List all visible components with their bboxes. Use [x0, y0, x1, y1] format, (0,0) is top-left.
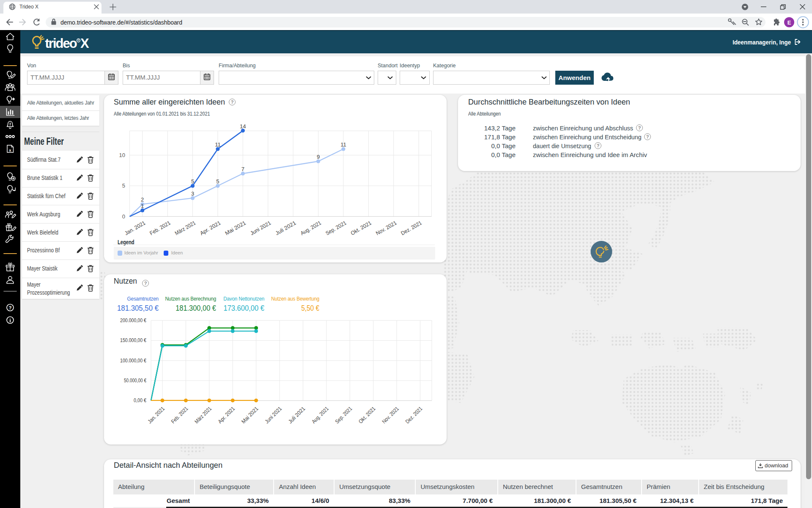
svg-text:11: 11 — [340, 141, 346, 148]
svg-text:5: 5 — [191, 178, 194, 185]
svg-text:50.000,00 €: 50.000,00 € — [124, 377, 147, 384]
svg-text:Jan. 2021: Jan. 2021 — [123, 220, 146, 237]
svg-text:Juli 2021: Juli 2021 — [287, 406, 307, 425]
svg-text:0: 0 — [122, 213, 125, 220]
svg-text:Aug. 2021: Aug. 2021 — [299, 220, 322, 237]
svg-text:10: 10 — [119, 152, 125, 158]
svg-text:Sep. 2021: Sep. 2021 — [334, 406, 353, 425]
svg-text:Okt. 2021: Okt. 2021 — [357, 406, 377, 425]
svg-text:X: X — [80, 36, 89, 51]
svg-text:100.000,00 €: 100.000,00 € — [120, 357, 147, 364]
svg-text:9: 9 — [317, 154, 320, 160]
svg-text:Mai 2021: Mai 2021 — [240, 406, 260, 425]
svg-text:März 2021: März 2021 — [174, 220, 197, 237]
svg-text:trideo: trideo — [45, 36, 77, 51]
svg-text:Apr. 2021: Apr. 2021 — [199, 220, 222, 237]
svg-text:März 2021: März 2021 — [193, 406, 213, 425]
svg-text:Dez. 2021: Dez. 2021 — [400, 220, 422, 237]
svg-text:7: 7 — [241, 166, 244, 172]
svg-text:Nov. 2021: Nov. 2021 — [381, 406, 400, 425]
svg-text:Nov. 2021: Nov. 2021 — [375, 220, 398, 237]
svg-text:x: x — [9, 148, 11, 152]
svg-text:Feb. 2021: Feb. 2021 — [170, 406, 189, 425]
svg-text:Feb. 2021: Feb. 2021 — [148, 220, 171, 237]
svg-text:Apr. 2021: Apr. 2021 — [217, 406, 236, 425]
svg-text:150.000,00 €: 150.000,00 € — [120, 337, 147, 343]
svg-text:5: 5 — [122, 182, 125, 189]
svg-text:Okt. 2021: Okt. 2021 — [350, 220, 373, 237]
svg-text:Dez. 2021: Dez. 2021 — [404, 406, 424, 425]
svg-text:14: 14 — [240, 123, 246, 130]
svg-text:Juni 2021: Juni 2021 — [263, 406, 283, 425]
svg-text:?: ? — [8, 305, 11, 310]
svg-text:Mai 2021: Mai 2021 — [224, 220, 247, 237]
svg-text:Aug. 2021: Aug. 2021 — [310, 406, 330, 425]
svg-text:Juni 2021: Juni 2021 — [249, 220, 272, 237]
svg-text:Juli 2021: Juli 2021 — [274, 220, 297, 237]
svg-text:E: E — [787, 19, 791, 26]
svg-text:5: 5 — [216, 178, 219, 185]
svg-text:Jan. 2021: Jan. 2021 — [146, 406, 166, 425]
svg-text:3: 3 — [191, 190, 194, 197]
svg-text:1: 1 — [141, 203, 144, 209]
svg-text:2: 2 — [141, 196, 144, 203]
svg-text:200.000,00 €: 200.000,00 € — [120, 317, 147, 323]
svg-text:11: 11 — [215, 141, 221, 148]
svg-text:R: R — [77, 39, 80, 42]
svg-text:0,00 €: 0,00 € — [134, 397, 147, 403]
svg-text:Sep. 2021: Sep. 2021 — [324, 220, 347, 237]
